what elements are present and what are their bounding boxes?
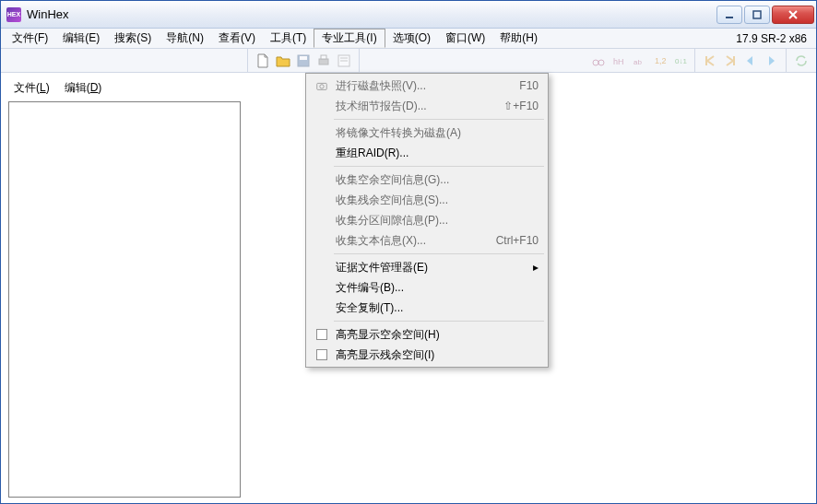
- left-panel-body: [8, 101, 241, 498]
- dropdown-item-label: 将镜像文件转换为磁盘(A): [332, 125, 539, 141]
- dropdown-item-label: 技术细节报告(D)...: [332, 99, 503, 114]
- shortcut-label: ⇧+F10: [503, 100, 539, 112]
- menu-search[interactable]: 搜索(S): [107, 29, 159, 48]
- minimize-button[interactable]: [716, 6, 742, 24]
- dropdown-item-label: 高亮显示空余空间(H): [332, 327, 539, 343]
- dropdown-item-label: 收集分区间隙信息(P)...: [332, 213, 539, 229]
- version-label: 17.9 SR-2 x86: [736, 29, 812, 48]
- save-icon[interactable]: [296, 53, 311, 68]
- find-next-icon[interactable]: 0↓1: [672, 53, 687, 68]
- dropdown-item-label: 安全复制(T)...: [332, 300, 539, 316]
- checkbox-icon: [316, 329, 327, 340]
- svg-rect-1: [753, 11, 761, 18]
- dropdown-item[interactable]: 高亮显示残余空间(I): [308, 345, 546, 365]
- checkbox-icon: [316, 349, 327, 360]
- print-icon[interactable]: [316, 53, 331, 68]
- dropdown-item-label: 重组RAID(R)...: [332, 146, 539, 161]
- dropdown-item-label: 进行磁盘快照(V)...: [332, 78, 519, 94]
- go-start-icon[interactable]: [703, 53, 717, 68]
- dropdown-item[interactable]: 安全复制(T)...: [308, 298, 546, 318]
- new-file-icon[interactable]: [255, 53, 270, 68]
- menubar: 文件(F) 编辑(E) 搜索(S) 导航(N) 查看(V) 工具(T) 专业工具…: [1, 29, 816, 49]
- submenu-arrow-icon: ▸: [529, 261, 539, 274]
- dropdown-item[interactable]: 重组RAID(R)...: [308, 143, 546, 163]
- menu-pro-tools[interactable]: 专业工具(I): [314, 29, 385, 48]
- dropdown-item: 收集空余空间信息(G)...: [308, 170, 546, 190]
- dropdown-item[interactable]: 高亮显示空余空间(H): [308, 324, 546, 345]
- shortcut-label: F10: [519, 79, 539, 92]
- toolbar-search-group: hH ab 1,2 0↓1: [584, 49, 695, 72]
- find-text-icon[interactable]: ab: [632, 53, 646, 68]
- shortcut-label: Ctrl+F10: [496, 234, 539, 247]
- svg-point-10: [598, 60, 604, 65]
- dropdown-item-label: 文件编号(B)...: [332, 280, 539, 296]
- app-icon: HEX: [6, 7, 21, 22]
- menu-file[interactable]: 文件(F): [5, 29, 55, 48]
- dropdown-item[interactable]: 证据文件管理器(E)▸: [308, 257, 546, 277]
- camera-icon: [315, 79, 328, 92]
- back-icon[interactable]: [743, 53, 758, 68]
- dropdown-item: 将镜像文件转换为磁盘(A): [308, 123, 546, 143]
- menu-edit[interactable]: 编辑(E): [55, 29, 107, 48]
- maximize-button[interactable]: [744, 6, 770, 24]
- toolbar-spacer: [1, 49, 248, 72]
- left-panel-tabs: 文件(L) 编辑(D): [8, 78, 241, 101]
- open-folder-icon[interactable]: [276, 53, 290, 68]
- svg-rect-3: [300, 56, 307, 60]
- svg-text:1,2: 1,2: [655, 56, 667, 65]
- menu-tools[interactable]: 工具(T): [263, 29, 314, 48]
- svg-text:0↓1: 0↓1: [675, 57, 687, 65]
- dropdown-item-label: 证据文件管理器(E): [332, 260, 529, 275]
- dropdown-item-label: 收集残余空间信息(S)...: [332, 193, 539, 208]
- menu-view[interactable]: 查看(V): [211, 29, 263, 48]
- menu-nav[interactable]: 导航(N): [159, 29, 211, 48]
- left-tab-file[interactable]: 文件(L): [14, 80, 50, 96]
- properties-icon[interactable]: [337, 53, 351, 68]
- dropdown-item-label: 高亮显示残余空间(I): [332, 347, 539, 363]
- menu-options[interactable]: 选项(O): [385, 29, 438, 48]
- dropdown-item: 技术细节报告(D)...⇧+F10: [308, 96, 546, 116]
- dropdown-item[interactable]: 文件编号(B)...: [308, 277, 546, 298]
- go-end-icon[interactable]: [723, 53, 738, 68]
- find-hex-icon[interactable]: hH: [611, 53, 626, 68]
- left-panel: 文件(L) 编辑(D): [1, 73, 248, 503]
- toolbar-file-group: [248, 49, 360, 72]
- toolbar-nav-group: [695, 49, 786, 72]
- window-controls: [716, 6, 814, 24]
- dropdown-item-label: 收集空余空间信息(G)...: [332, 172, 539, 188]
- dropdown-item: 进行磁盘快照(V)...F10: [308, 76, 546, 96]
- forward-icon[interactable]: [764, 53, 778, 68]
- close-button[interactable]: [772, 6, 814, 24]
- find-prev-icon[interactable]: 1,2: [652, 53, 667, 68]
- svg-text:ab: ab: [633, 58, 642, 66]
- window-title: WinHex: [27, 7, 716, 21]
- svg-point-9: [593, 60, 598, 65]
- dropdown-item: 收集文本信息(X)...Ctrl+F10: [308, 230, 546, 251]
- dropdown-item: 收集残余空间信息(S)...: [308, 190, 546, 210]
- menu-help[interactable]: 帮助(H): [492, 29, 545, 48]
- svg-text:hH: hH: [613, 57, 624, 66]
- menu-window[interactable]: 窗口(W): [438, 29, 492, 48]
- binoculars-icon[interactable]: [591, 53, 606, 68]
- app-window: HEX WinHex 文件(F) 编辑(E) 搜索(S) 导航(N) 查看(V)…: [0, 0, 817, 504]
- toolbar: hH ab 1,2 0↓1: [1, 49, 816, 73]
- content-area: 文件(L) 编辑(D) 进行磁盘快照(V)...F10技术细节报告(D)...⇧…: [1, 73, 816, 503]
- titlebar: HEX WinHex: [1, 1, 816, 29]
- svg-point-18: [320, 85, 324, 88]
- svg-rect-4: [319, 59, 328, 64]
- left-tab-edit[interactable]: 编辑(D): [65, 80, 102, 96]
- pro-tools-dropdown: 进行磁盘快照(V)...F10技术细节报告(D)...⇧+F10将镜像文件转换为…: [305, 73, 549, 368]
- dropdown-item-label: 收集文本信息(X)...: [332, 233, 496, 249]
- sync-icon[interactable]: [794, 53, 809, 68]
- toolbar-misc-group: [786, 49, 816, 72]
- dropdown-item: 收集分区间隙信息(P)...: [308, 210, 546, 230]
- svg-rect-5: [321, 55, 326, 59]
